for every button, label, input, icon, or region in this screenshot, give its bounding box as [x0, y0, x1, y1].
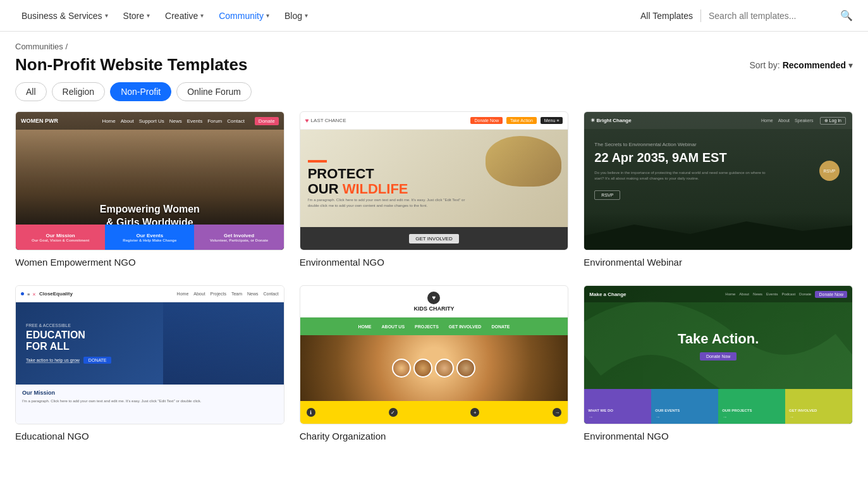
search-bar: 🔍 — [709, 9, 853, 22]
thumb-charity-nav: HOME ABOUT US PROJECTS GET INVOLVED DONA… — [300, 317, 568, 335]
chevron-down-icon: ▾ — [266, 12, 269, 19]
charity-logo-icon — [427, 292, 440, 304]
thumb-webinar-content: The Secrets to Environmental Action Webi… — [584, 129, 852, 213]
navbar: Business & Services ▾ Store ▾ Creative ▾… — [0, 0, 868, 32]
breadcrumb: Communities / — [15, 42, 853, 51]
thumb-wildlife-hero: PROTECTOUR WILDLIFE I'm a paragraph. Cli… — [300, 130, 568, 227]
nav-item-business[interactable]: Business & Services ▾ — [15, 7, 114, 25]
thumb-webinar-nav: ☀ Bright Change Home About Speakers ⊕ Lo… — [584, 112, 852, 129]
chevron-down-icon: ▾ — [200, 12, 204, 19]
templates-grid: WOMEN PWR Home About Support Us News Eve… — [0, 111, 868, 457]
template-thumb-charity: KIDS CHARITY HOME ABOUT US PROJECTS GET … — [300, 285, 569, 424]
filter-tabs: All Religion Non-Profit Online Forum — [0, 82, 868, 111]
page-title: Non-Profit Website Templates — [15, 55, 247, 75]
template-card-webinar[interactable]: ☀ Bright Change Home About Speakers ⊕ Lo… — [584, 111, 853, 268]
thumb-nav-bar: WOMEN PWR Home About Support Us News Eve… — [16, 112, 284, 130]
breadcrumb-separator: / — [65, 42, 68, 51]
nav-item-store[interactable]: Store ▾ — [117, 7, 156, 25]
search-icon[interactable]: 🔍 — [840, 9, 853, 22]
cheetah-decoration — [486, 136, 561, 187]
nav-item-creative[interactable]: Creative ▾ — [159, 7, 210, 25]
thumb-wildlife-bottom: GET INVOLVED — [300, 227, 568, 250]
template-thumb-wildlife: ♥ LAST CHANCE Donate Now Take Action Men… — [300, 111, 569, 250]
chevron-down-icon: ▾ — [147, 12, 150, 19]
template-name-webinar: Environmental Webinar — [584, 257, 853, 268]
search-input[interactable] — [709, 11, 835, 21]
template-card-wildlife[interactable]: ♥ LAST CHANCE Donate Now Take Action Men… — [300, 111, 569, 268]
template-card-edu[interactable]: ≡ ✕ CloseEquality Home About Projects Te… — [15, 285, 284, 441]
mountains-decoration — [584, 213, 852, 250]
nav-item-community[interactable]: Community ▾ — [212, 7, 276, 25]
thumb-action-nav: Make a Change Home About News Events Pod… — [584, 286, 852, 302]
thumb-edu-bottom: Our Mission I'm a paragraph. Click here … — [16, 385, 284, 424]
page-header: Communities / Non-Profit Website Templat… — [0, 32, 868, 82]
nav-divider — [700, 9, 701, 22]
nav-right: All Templates 🔍 — [640, 9, 853, 22]
thumb-charity-bottom: ℹ ✓ + → — [300, 401, 568, 424]
template-name-action: Environmental NGO — [584, 431, 853, 441]
nav-links: Business & Services ▾ Store ▾ Creative ▾… — [15, 7, 640, 25]
breadcrumb-parent[interactable]: Communities — [15, 42, 63, 51]
thumb-charity-header: KIDS CHARITY — [300, 286, 568, 317]
rsvp-button: RSVP — [819, 161, 840, 181]
template-card-women[interactable]: WOMEN PWR Home About Support Us News Eve… — [15, 111, 284, 268]
template-thumb-edu: ≡ ✕ CloseEquality Home About Projects Te… — [15, 285, 284, 424]
filter-tab-forum[interactable]: Online Forum — [176, 82, 252, 101]
thumb-action-bottom: WHAT WE DO → OUR EVENTS → OUR PROJECTS →… — [584, 389, 852, 424]
template-name-charity: Charity Organization — [300, 431, 569, 441]
template-thumb-women: WOMEN PWR Home About Support Us News Eve… — [15, 111, 284, 250]
filter-tab-nonprofit[interactable]: Non-Profit — [110, 82, 171, 101]
filter-tab-religion[interactable]: Religion — [52, 82, 106, 101]
filter-tab-all[interactable]: All — [15, 82, 47, 101]
thumb-edu-nav: ≡ ✕ CloseEquality Home About Projects Te… — [16, 286, 284, 302]
chevron-down-icon: ▾ — [305, 12, 308, 19]
all-templates-link[interactable]: All Templates — [640, 11, 693, 21]
thumb-wildlife-nav: ♥ LAST CHANCE Donate Now Take Action Men… — [300, 112, 568, 130]
page-title-row: Non-Profit Website Templates Sort by: Re… — [15, 55, 853, 75]
template-name-edu: Educational NGO — [15, 431, 284, 441]
template-thumb-webinar: ☀ Bright Change Home About Speakers ⊕ Lo… — [584, 111, 853, 250]
thumb-bottom-buttons: Our Mission Our Goal, Vision & Commitmen… — [16, 225, 284, 250]
chevron-down-icon: ▾ — [105, 12, 108, 19]
nav-item-blog[interactable]: Blog ▾ — [278, 7, 314, 25]
sort-by: Sort by: Recommended ▾ — [749, 60, 853, 70]
template-card-charity[interactable]: KIDS CHARITY HOME ABOUT US PROJECTS GET … — [300, 285, 569, 441]
thumb-action-hero: Take Action. Donate Now — [584, 302, 852, 389]
chevron-down-icon[interactable]: ▾ — [848, 60, 853, 70]
thumb-edu-hero: FREE & ACCESSIBLE EDUCATIONFOR ALL Take … — [16, 302, 284, 385]
thumb-charity-main — [300, 335, 568, 401]
template-name-women: Women Empowerment NGO — [15, 257, 284, 268]
template-name-wildlife: Environmental NGO — [300, 257, 569, 268]
template-thumb-action: Make a Change Home About News Events Pod… — [584, 285, 853, 424]
template-card-action[interactable]: Make a Change Home About News Events Pod… — [584, 285, 853, 441]
